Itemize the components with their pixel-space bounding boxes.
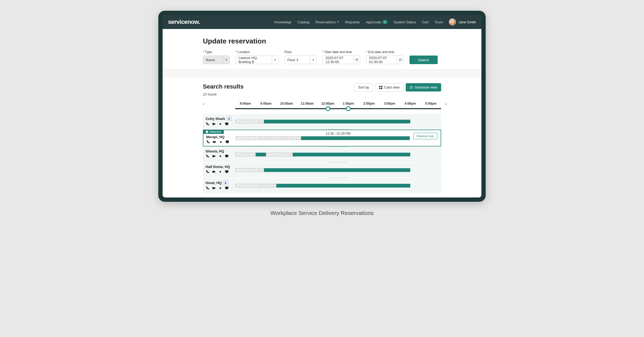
amenities: [206, 186, 232, 190]
main-nav: Knowledge Catalog Reservations ▼ Request…: [274, 19, 476, 25]
available-bar: [256, 153, 266, 156]
nav-knowledge[interactable]: Knowledge: [274, 20, 291, 24]
time-label: 9:00am: [256, 102, 276, 105]
floor-value: Floor 3: [285, 56, 310, 64]
floor-group: Floor Floor 3 ▼: [284, 50, 317, 64]
amenities: [206, 170, 232, 174]
type-group: * Type Room ▼: [203, 50, 230, 64]
time-label: 12:00pm: [317, 102, 338, 105]
grid-icon: [379, 86, 382, 89]
location-group: * Location Lawson HQ, Building B ▼: [236, 50, 279, 64]
schedule-view-button[interactable]: Schedule view: [406, 83, 441, 91]
phone-icon: [206, 170, 209, 174]
plug-icon: [218, 154, 222, 158]
svg-rect-5: [226, 141, 229, 142]
nav-system-status[interactable]: System Status: [394, 20, 416, 24]
room-row[interactable]: Selected Merapi, HQ 12:30 - 01:30 PMRese…: [203, 130, 441, 146]
room-info: Hood, HQ: [203, 178, 235, 193]
avatar: [449, 19, 456, 25]
nav-tours[interactable]: Tours: [434, 20, 443, 24]
room-list: Cutty Shark Selected Merapi, HQ 12:30 - …: [203, 114, 441, 193]
room-row[interactable]: Half Dome, HQ: [203, 163, 441, 178]
type-select[interactable]: Room ▼: [203, 56, 230, 64]
time-label: 8:00am: [235, 102, 256, 105]
monitor-icon: [225, 122, 229, 126]
calendar-icon: [410, 86, 413, 89]
card-view-button[interactable]: Card view: [375, 83, 404, 91]
room-row[interactable]: Shasta, HQ: [203, 147, 441, 162]
plug-icon: [218, 186, 222, 190]
nav-requests[interactable]: Requests: [345, 20, 360, 24]
svg-rect-0: [356, 59, 358, 61]
location-select[interactable]: Lawson HQ, Building B ▼: [236, 56, 279, 64]
results-area: Search results 22 found Sort by Card vie…: [163, 78, 481, 197]
nav-reservations[interactable]: Reservations ▼: [315, 20, 339, 24]
floor-label: Floor: [284, 50, 317, 54]
monitor-icon: [225, 140, 229, 144]
nav-approvals-label: Approvals: [366, 20, 381, 24]
type-label: * Type: [203, 50, 230, 54]
user-area[interactable]: Jane Smith: [449, 19, 476, 25]
unavailable-bar: [235, 184, 276, 188]
reservation-time: 12:30 - 01:30 PM: [326, 132, 350, 135]
amenities: [206, 122, 232, 126]
available-bar: [264, 120, 410, 123]
chevron-down-icon: ▼: [337, 21, 339, 23]
content: Update reservation * Type Room ▼ * Locat…: [163, 29, 481, 197]
unavailable-bar: [235, 153, 256, 156]
available-bar: [276, 184, 410, 188]
search-button[interactable]: Search: [409, 56, 438, 64]
chevron-down-icon: ▼: [310, 56, 316, 64]
room-timeline: [235, 114, 441, 129]
unavailable-bar: [235, 120, 264, 123]
time-label: 2:00pm: [359, 102, 379, 105]
room-timeline: [235, 147, 441, 162]
start-input[interactable]: 2020-07-07 12:30:00: [323, 56, 360, 64]
nav-cart[interactable]: Cart: [422, 20, 429, 24]
reserve-now-button[interactable]: Reserve now: [413, 133, 437, 139]
unavailable-bar: [266, 153, 293, 156]
topbar: servicenow. Knowledge Catalog Reservatio…: [163, 15, 481, 29]
room-name: Hood, HQ: [206, 180, 232, 185]
start-value: 2020-07-07 12:30:00: [323, 56, 353, 64]
calendar-icon[interactable]: [353, 56, 360, 64]
location-label: * Location: [236, 50, 279, 54]
room-info: Merapi, HQ: [203, 130, 236, 146]
time-label: 11:00am: [297, 102, 317, 105]
timeline-prev-button[interactable]: ‹: [203, 102, 204, 106]
results-count: 22 found: [203, 92, 244, 96]
nav-catalog[interactable]: Catalog: [297, 20, 309, 24]
time-label: 10:00am: [276, 102, 297, 105]
monitor-icon: [225, 170, 229, 174]
room-info: Half Dome, HQ: [203, 163, 235, 178]
end-input[interactable]: 2020-07-07 01:30:00: [366, 56, 404, 64]
sort-by-button[interactable]: Sort by: [354, 83, 373, 91]
timeline: ‹ 8:00am9:00am10:00am11:00am12:00pm1:00p…: [203, 102, 441, 193]
timeline-next-button[interactable]: ›: [445, 102, 447, 106]
room-name: Half Dome, HQ: [206, 165, 232, 169]
phone-icon: [206, 186, 209, 190]
nav-approvals[interactable]: Approvals 2: [366, 20, 388, 24]
slider-handle-end[interactable]: [346, 106, 351, 111]
floor-select[interactable]: Floor 3 ▼: [284, 56, 317, 64]
approvals-badge: 2: [382, 20, 388, 24]
calendar-icon[interactable]: [397, 56, 403, 64]
chevron-down-icon: ▼: [272, 56, 278, 64]
video-icon: [212, 186, 216, 190]
location-value: Lawson HQ, Building B: [236, 56, 272, 64]
svg-rect-7: [225, 170, 228, 172]
lock-icon: [227, 116, 232, 121]
room-info: Shasta, HQ: [203, 147, 235, 162]
caption: Workplace Service Delivery Reservations: [270, 210, 374, 216]
phone-icon: [206, 140, 210, 144]
schedule-view-label: Schedule view: [415, 85, 437, 89]
slider-handle-start[interactable]: [325, 106, 330, 111]
room-row[interactable]: Cutty Shark: [203, 114, 441, 129]
room-row[interactable]: Hood, HQ: [203, 178, 441, 193]
card-view-label: Card view: [384, 85, 400, 89]
lock-icon: [223, 180, 228, 185]
svg-rect-3: [225, 123, 228, 124]
time-label: 3:00pm: [379, 102, 400, 105]
screen: servicenow. Knowledge Catalog Reservatio…: [163, 15, 481, 197]
start-label: * Start date and time: [323, 50, 360, 54]
